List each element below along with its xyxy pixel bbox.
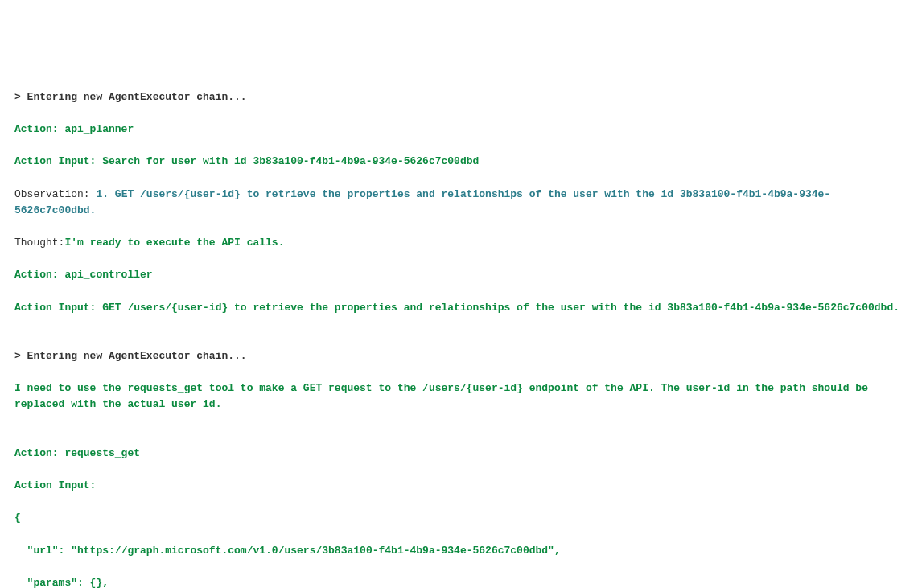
json-line: "params": {}, (14, 575, 908, 588)
thought-label: Thought: (14, 236, 64, 249)
observation-content: 1. GET /users/{user-id} to retrieve the … (14, 188, 830, 216)
thought-line: Thought:I'm ready to execute the API cal… (14, 235, 908, 251)
json-line: { (14, 510, 908, 526)
thought-content: I need to use the requests_get tool to m… (14, 380, 908, 413)
action-input-line: Action Input: GET /users/{user-id} to re… (14, 300, 908, 316)
action-line: Action: api_planner (14, 121, 908, 138)
action-input-line: Action Input: Search for user with id 3b… (14, 154, 908, 170)
observation-label: Observation: (14, 188, 96, 200)
agent-executor-log: > Entering new AgentExecutor chain... Ac… (14, 73, 908, 588)
action-line: Action: requests_get (14, 446, 908, 462)
chain-start-line: > Entering new AgentExecutor chain... (14, 348, 908, 364)
action-line: Action: api_controller (14, 267, 908, 283)
chain-start-line: > Entering new AgentExecutor chain... (14, 89, 908, 105)
action-input-line: Action Input: (14, 478, 908, 494)
thought-content: I'm ready to execute the API calls. (64, 236, 284, 249)
json-line: "url": "https://graph.microsoft.com/v1.0… (14, 543, 908, 559)
observation-line: Observation: 1. GET /users/{user-id} to … (14, 187, 908, 219)
